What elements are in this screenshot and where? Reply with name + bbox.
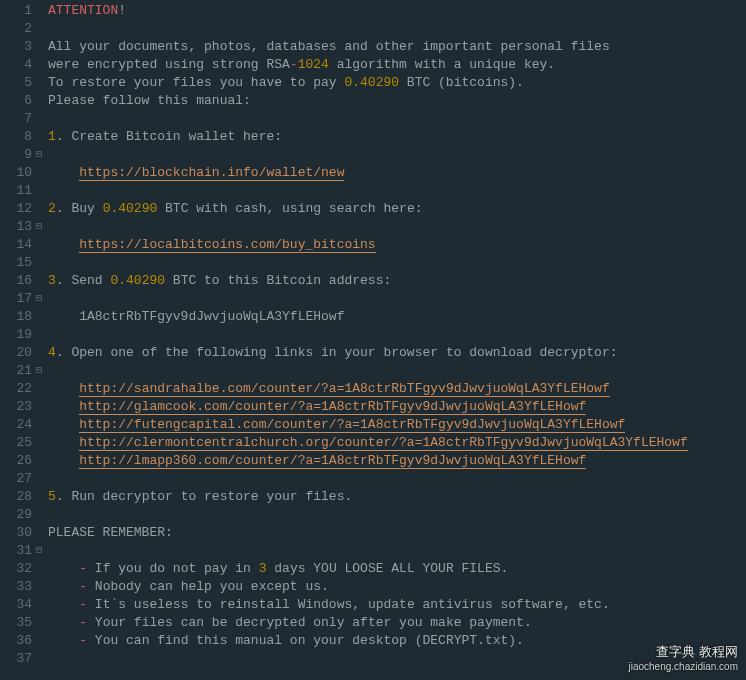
line-number: 5 <box>2 74 32 92</box>
code-line <box>48 110 746 128</box>
code-text <box>48 597 79 612</box>
code-text <box>48 381 79 396</box>
code-line: http://glamcook.com/counter/?a=1A8ctrRbT… <box>48 398 746 416</box>
code-text: BTC to this Bitcoin address: <box>165 273 391 288</box>
line-number: 1 <box>2 2 32 20</box>
code-line <box>48 542 746 560</box>
url-link[interactable]: http://futengcapital.com/counter/?a=1A8c… <box>79 417 625 433</box>
code-text: 1024 <box>298 57 329 72</box>
code-text: algorithm with a unique key. <box>329 57 555 72</box>
watermark-bottom: jiaocheng.chazidian.com <box>628 659 738 674</box>
code-text: 1A8ctrRbTFgyv9dJwvjuoWqLA3YfLEHowf <box>48 309 344 324</box>
line-number: 14 <box>2 236 32 254</box>
code-text <box>48 453 79 468</box>
code-text: - <box>79 615 87 630</box>
code-text: ! <box>118 3 126 18</box>
code-editor: 1234567891011121314151617181920212223242… <box>0 0 746 680</box>
code-text: . Open one of the following links in you… <box>56 345 618 360</box>
fold-marker[interactable]: 31 <box>2 542 32 560</box>
code-line: http://clermontcentralchurch.org/counter… <box>48 434 746 452</box>
url-link[interactable]: http://glamcook.com/counter/?a=1A8ctrRbT… <box>79 399 586 415</box>
line-number: 6 <box>2 92 32 110</box>
code-text <box>48 633 79 648</box>
line-number: 34 <box>2 596 32 614</box>
watermark: 查字典 教程网 jiaocheng.chazidian.com <box>628 644 738 674</box>
code-text: 4 <box>48 345 56 360</box>
code-line <box>48 20 746 38</box>
line-number: 16 <box>2 272 32 290</box>
line-number: 3 <box>2 38 32 56</box>
url-link[interactable]: http://clermontcentralchurch.org/counter… <box>79 435 688 451</box>
url-link[interactable]: http://lmapp360.com/counter/?a=1A8ctrRbT… <box>79 453 586 469</box>
code-line <box>48 326 746 344</box>
code-line: 5. Run decryptor to restore your files. <box>48 488 746 506</box>
code-text: . Send <box>56 273 111 288</box>
code-line: All your documents, photos, databases an… <box>48 38 746 56</box>
line-number: 20 <box>2 344 32 362</box>
url-link[interactable]: http://sandrahalbe.com/counter/?a=1A8ctr… <box>79 381 610 397</box>
code-text: - <box>79 633 87 648</box>
code-line <box>48 506 746 524</box>
code-text: days YOU LOOSE ALL YOUR FILES. <box>266 561 508 576</box>
code-text: BTC (bitcoins). <box>399 75 524 90</box>
code-line <box>48 362 746 380</box>
code-line: 4. Open one of the following links in yo… <box>48 344 746 362</box>
code-line <box>48 254 746 272</box>
code-line: 3. Send 0.40290 BTC to this Bitcoin addr… <box>48 272 746 290</box>
fold-marker[interactable]: 21 <box>2 362 32 380</box>
line-number: 36 <box>2 632 32 650</box>
code-text: To restore your files you have to pay <box>48 75 344 90</box>
code-text: - <box>290 57 298 72</box>
code-text: 0.40290 <box>110 273 165 288</box>
code-text: 5 <box>48 489 56 504</box>
code-line <box>48 182 746 200</box>
line-number: 22 <box>2 380 32 398</box>
fold-marker[interactable]: 17 <box>2 290 32 308</box>
line-number: 28 <box>2 488 32 506</box>
code-content[interactable]: ATTENTION!All your documents, photos, da… <box>38 0 746 680</box>
fold-marker[interactable]: 9 <box>2 146 32 164</box>
code-text: . Buy <box>56 201 103 216</box>
code-text: PLEASE REMEMBER: <box>48 525 173 540</box>
line-number: 8 <box>2 128 32 146</box>
code-text: 3 <box>48 273 56 288</box>
code-text: - <box>79 597 87 612</box>
code-text <box>48 237 79 252</box>
code-line <box>48 218 746 236</box>
code-line <box>48 290 746 308</box>
line-number: 37 <box>2 650 32 668</box>
code-line: - It`s useless to reinstall Windows, upd… <box>48 596 746 614</box>
code-text: 2 <box>48 201 56 216</box>
line-number: 15 <box>2 254 32 272</box>
code-line: http://sandrahalbe.com/counter/?a=1A8ctr… <box>48 380 746 398</box>
watermark-top: 查字典 教程网 <box>628 644 738 659</box>
code-line: were encrypted using strong RSA-1024 alg… <box>48 56 746 74</box>
code-text <box>48 435 79 450</box>
line-number: 35 <box>2 614 32 632</box>
code-text <box>48 399 79 414</box>
code-line: 1. Create Bitcoin wallet here: <box>48 128 746 146</box>
line-number: 27 <box>2 470 32 488</box>
url-link[interactable]: https://localbitcoins.com/buy_bitcoins <box>79 237 375 253</box>
line-number: 26 <box>2 452 32 470</box>
code-line: http://futengcapital.com/counter/?a=1A8c… <box>48 416 746 434</box>
line-number: 30 <box>2 524 32 542</box>
line-number: 11 <box>2 182 32 200</box>
code-line: - Nobody can help you except us. <box>48 578 746 596</box>
code-text: ATTENTION <box>48 3 118 18</box>
fold-marker[interactable]: 13 <box>2 218 32 236</box>
line-number: 19 <box>2 326 32 344</box>
line-number: 23 <box>2 398 32 416</box>
url-link[interactable]: https://blockchain.info/wallet/new <box>79 165 344 181</box>
code-line: To restore your files you have to pay 0.… <box>48 74 746 92</box>
line-number: 18 <box>2 308 32 326</box>
line-number: 32 <box>2 560 32 578</box>
code-text: All your documents, photos, databases an… <box>48 39 610 54</box>
line-number: 2 <box>2 20 32 38</box>
code-text: It`s useless to reinstall Windows, updat… <box>87 597 610 612</box>
code-text: - <box>79 561 87 576</box>
line-number-gutter[interactable]: 1234567891011121314151617181920212223242… <box>0 0 38 680</box>
line-number: 4 <box>2 56 32 74</box>
code-text <box>48 417 79 432</box>
line-number: 7 <box>2 110 32 128</box>
